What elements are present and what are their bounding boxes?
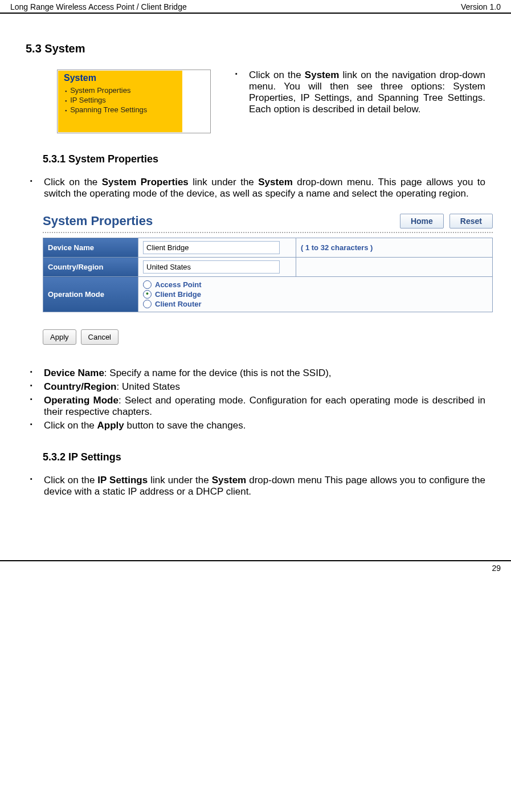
radio-icon bbox=[143, 280, 152, 289]
device-name-cell bbox=[138, 238, 296, 258]
device-name-input[interactable] bbox=[143, 241, 280, 254]
system-nav-screenshot: System System Properties IP Settings Spa… bbox=[57, 70, 211, 133]
opmode-option[interactable]: Access Point bbox=[143, 280, 488, 289]
country-label: Country/Region bbox=[43, 258, 138, 277]
page-footer: 29 bbox=[0, 560, 511, 575]
device-name-hint: ( 1 to 32 characters ) bbox=[296, 238, 493, 258]
country-input[interactable] bbox=[143, 260, 280, 274]
header-right: Version 1.0 bbox=[461, 2, 501, 11]
page-header: Long Range Wireless Access Point / Clien… bbox=[0, 0, 511, 14]
system-nav-item: System Properties bbox=[65, 85, 180, 95]
system-nav-item: Spanning Tree Settings bbox=[65, 105, 180, 115]
opmode-label: Operation Mode bbox=[43, 277, 138, 312]
home-button[interactable]: Home bbox=[400, 214, 444, 228]
country-cell bbox=[138, 258, 296, 277]
cancel-button[interactable]: Cancel bbox=[81, 329, 118, 345]
subsection-title: 5.3.2 IP Settings bbox=[43, 451, 485, 463]
subsection-title: 5.3.1 System Properties bbox=[43, 153, 485, 165]
apply-button[interactable]: Apply bbox=[43, 329, 76, 345]
page-number: 29 bbox=[492, 564, 501, 573]
reset-button[interactable]: Reset bbox=[449, 214, 493, 228]
page-content: 5.3 System System System Properties IP S… bbox=[0, 42, 511, 497]
system-intro-row: System System Properties IP Settings Spa… bbox=[26, 70, 485, 133]
ip-settings-text: Click on the IP Settings link under the … bbox=[26, 475, 485, 497]
system-intro-text: Click on the System link on the navigati… bbox=[231, 70, 485, 117]
system-nav-title: System bbox=[64, 73, 177, 83]
section-title: 5.3 System bbox=[26, 42, 485, 55]
opmode-cell: Access Point Client Bridge Client Router bbox=[138, 277, 493, 312]
system-properties-screenshot: System Properties Home Reset Device Name… bbox=[43, 214, 493, 345]
system-nav-item: IP Settings bbox=[65, 95, 180, 105]
opmode-option[interactable]: Client Router bbox=[143, 299, 488, 309]
radio-icon bbox=[143, 290, 152, 299]
header-left: Long Range Wireless Access Point / Clien… bbox=[10, 2, 187, 11]
opmode-option[interactable]: Client Bridge bbox=[143, 289, 488, 299]
radio-icon bbox=[143, 300, 152, 308]
field-descriptions: Device Name: Specify a name for the devi… bbox=[26, 368, 485, 431]
device-name-label: Device Name bbox=[43, 238, 138, 258]
panel-title: System Properties bbox=[43, 214, 153, 228]
system-properties-text: Click on the System Properties link unde… bbox=[26, 177, 485, 199]
